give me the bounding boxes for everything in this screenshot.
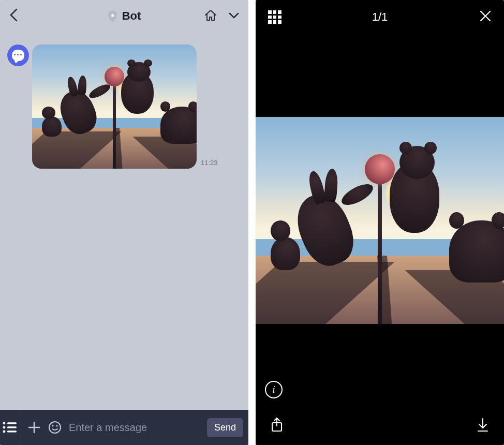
svg-point-8: [49, 422, 61, 433]
image-message[interactable]: [32, 44, 197, 169]
home-icon: [204, 9, 217, 21]
close-button[interactable]: [479, 10, 492, 24]
svg-rect-3: [7, 426, 17, 428]
svg-point-10: [56, 425, 57, 426]
plus-icon: [27, 421, 41, 434]
download-icon: [476, 417, 490, 433]
list-icon: [2, 421, 18, 434]
message-input[interactable]: [69, 410, 200, 445]
back-button[interactable]: [9, 8, 18, 24]
svg-rect-1: [7, 422, 17, 424]
download-button[interactable]: [476, 417, 490, 435]
dropdown-button[interactable]: [229, 11, 239, 21]
send-button[interactable]: Send: [207, 418, 243, 437]
chevron-down-icon: [229, 12, 239, 19]
chat-panel: Bot: [0, 0, 248, 445]
emoji-button[interactable]: [48, 410, 62, 445]
menu-button[interactable]: [0, 410, 20, 445]
svg-point-0: [3, 422, 6, 425]
info-button[interactable]: i: [265, 381, 283, 398]
attach-button[interactable]: [27, 410, 41, 445]
info-icon: i: [272, 384, 275, 395]
chat-title: Bot: [122, 9, 141, 23]
close-icon: [479, 10, 492, 22]
share-button[interactable]: [270, 417, 284, 435]
grid-button[interactable]: [268, 10, 281, 24]
message-row: 11:23: [32, 44, 241, 169]
svg-rect-5: [7, 431, 17, 432]
svg-point-9: [52, 425, 53, 426]
viewer-header: 1/1: [256, 0, 504, 34]
image-counter: 1/1: [372, 10, 388, 24]
messages-area: 11:23: [0, 32, 248, 410]
bot-avatar[interactable]: [7, 44, 29, 66]
smiley-icon: [48, 421, 62, 434]
sunset-illustration: [32, 44, 197, 169]
sunset-illustration-large: [256, 117, 504, 324]
shield-icon: [108, 10, 118, 22]
home-button[interactable]: [204, 9, 217, 23]
image-viewer-panel: 1/1 i: [256, 0, 504, 445]
chevron-left-icon: [9, 8, 18, 22]
svg-point-4: [3, 431, 6, 433]
viewer-footer: [256, 407, 504, 445]
viewer-body[interactable]: [256, 34, 504, 407]
chat-bubble-icon: [12, 50, 24, 61]
share-icon: [270, 417, 284, 433]
chat-input-bar: Send: [0, 410, 248, 445]
svg-point-2: [3, 426, 6, 429]
chat-header: Bot: [0, 0, 248, 32]
message-timestamp: 11:23: [201, 159, 218, 169]
